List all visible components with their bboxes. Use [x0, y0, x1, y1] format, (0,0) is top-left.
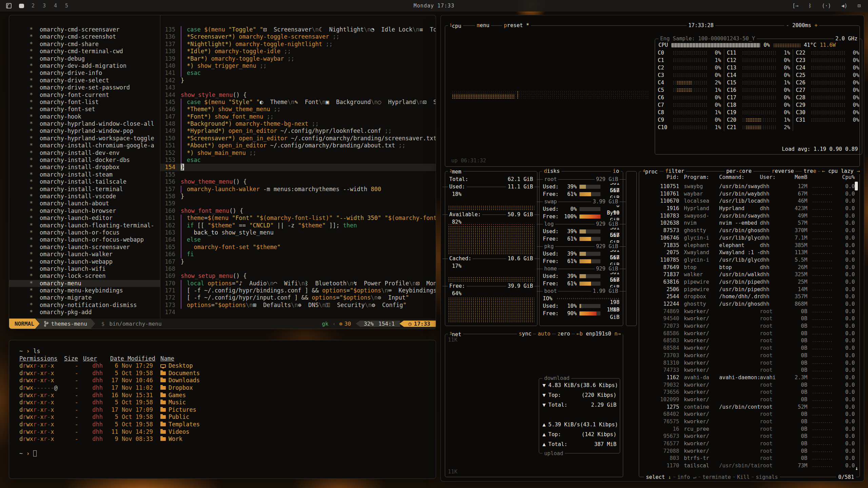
file-item[interactable]: *omarchy-drive-info — [9, 69, 160, 77]
dir-name[interactable]: Work — [153, 435, 182, 442]
proc-row[interactable]: 1916HyprlandHyprlanddhh423M0.0 — [643, 205, 855, 212]
bluetooth-icon[interactable]: ᛒ — [809, 3, 812, 9]
dir-name[interactable]: Videos — [153, 428, 189, 435]
proc-row[interactable]: 68586kworker/root0B0.0 — [643, 330, 855, 338]
dir-name[interactable]: Documents — [153, 370, 200, 377]
btop-preset-button[interactable]: preset * — [502, 22, 531, 28]
proc-row[interactable]: 2544dropbox/home/dhh/.dropbox-distdhh357… — [643, 293, 855, 301]
proc-footer-button[interactable]: signals — [754, 474, 780, 480]
proc-row[interactable]: 76575kworker/root0B0.0 — [643, 418, 855, 426]
file-item[interactable]: *omarchy-install-dev-env — [9, 149, 160, 157]
proc-row[interactable]: 68584kworker/root0B0.0 — [643, 345, 855, 352]
file-item[interactable]: *omarchy-launch-floating-terminal- — [9, 222, 160, 229]
dir-name[interactable]: Pictures — [153, 406, 196, 413]
file-item[interactable]: *omarchy-launch-webapp — [9, 258, 160, 265]
proc-col-command[interactable]: Command: — [719, 174, 760, 180]
net-sync-toggle[interactable]: sync — [517, 331, 533, 337]
file-item[interactable]: *omarchy-hook — [9, 113, 160, 120]
proc-sort-selector[interactable]: ← cpu lazy → — [820, 168, 862, 174]
proc-row[interactable]: 1162avahi-daavahi-daemon: running [avahi… — [643, 374, 855, 382]
btop-window[interactable]: 1cpu menu preset * 17:33:28 - 2000ms + u… — [441, 15, 864, 481]
proc-scrollbar-thumb[interactable] — [855, 182, 858, 190]
proc-row[interactable]: 2075XwaylandXwayland :1 -rootless -dhh11… — [643, 249, 855, 257]
proc-box-title[interactable]: 4proc — [641, 168, 659, 175]
proc-row[interactable]: 1275containe/usr/bin/containerdroot52M0.… — [643, 404, 855, 411]
net-interface-switcher[interactable]: ←b enp191s0 n→ — [575, 331, 623, 337]
proc-row[interactable]: 94540kworker/root0B0.0 — [643, 315, 855, 323]
file-item[interactable]: *omarchy-cmd-screenshot — [9, 33, 160, 40]
file-item[interactable]: *omarchy-menu-keybindings — [9, 287, 160, 294]
file-item[interactable]: *omarchy-launch-or-focus-webapp — [9, 236, 160, 243]
file-item[interactable]: *omarchy-menu — [9, 280, 160, 287]
net-zero-toggle[interactable]: zero — [556, 331, 572, 337]
proc-footer-button[interactable]: terminate — [701, 474, 733, 480]
proc-row[interactable]: 71835elephantelephantdhh385M0.0 — [643, 242, 855, 249]
proc-row[interactable]: 68583kworker/root0B0.0 — [643, 337, 855, 345]
code-editor[interactable]: 135case $(menu "Toggle" "⊡ Screensaver\n… — [160, 15, 436, 319]
file-item[interactable]: *omarchy-launch-walker — [9, 251, 160, 258]
scroll-down-icon[interactable]: ↓ — [855, 465, 858, 471]
proc-col-memb[interactable]: MemB — [786, 174, 807, 180]
io-toggle[interactable]: io — [611, 168, 621, 174]
file-item[interactable]: *omarchy-font-current — [9, 92, 160, 99]
chip-icon[interactable]: ⊡ — [857, 3, 861, 9]
proc-col-cpu[interactable]: Cpu% — [836, 174, 855, 180]
net-auto-toggle[interactable]: auto — [536, 331, 552, 337]
file-item[interactable]: *omarchy-pkg-add — [9, 309, 160, 316]
disks-box-title[interactable]: disks — [542, 168, 561, 174]
file-item[interactable]: *omarchy-launch-wifi — [9, 265, 160, 272]
file-item[interactable]: *omarchy-launch-browser — [9, 207, 160, 215]
file-item[interactable]: *omarchy-install-chromium-google-a — [9, 142, 160, 149]
proc-row[interactable]: 79032kworker/root0B0.0 — [643, 382, 855, 389]
dir-name[interactable]: Games — [153, 392, 186, 399]
file-item[interactable]: *omarchy-cmd-screensaver — [9, 26, 160, 33]
proc-row[interactable]: 72073kworker/root0B0.0 — [643, 323, 855, 330]
proc-row[interactable]: 803btrfs-trroot0B0.0 — [643, 455, 855, 462]
file-item[interactable]: *omarchy-notification-dismiss — [9, 302, 160, 309]
proc-row[interactable]: 73656kworker/root0B0.0 — [643, 389, 855, 396]
neovim-window[interactable]: *omarchy-cmd-screensaver*omarchy-cmd-scr… — [9, 15, 436, 329]
file-item[interactable]: *omarchy-launch-editor — [9, 215, 160, 222]
file-item[interactable]: *omarchy-install-steam — [9, 171, 160, 178]
dir-name[interactable]: Dropbox — [153, 384, 193, 391]
file-item[interactable]: *omarchy-migrate — [9, 294, 160, 301]
dir-name[interactable]: Downloads — [153, 377, 200, 384]
proc-row[interactable]: 72088kworker/root0B0.0 — [643, 448, 855, 455]
proc-row[interactable]: 87573ghostty/usr/bin/ghostty --gtk-dhh37… — [643, 227, 855, 235]
proc-row[interactable]: 110761waybar/usr/bin/waybardhh67M0.0 — [643, 190, 855, 198]
proc-row[interactable]: 74869kworker/root0B0.0 — [643, 308, 855, 316]
proc-row[interactable]: 102638nvimnvim --embed .dhh57M0.0 — [643, 220, 855, 227]
proc-column-headers[interactable]: Pid:Program:Command:User:MemBCpu% — [643, 174, 855, 180]
proc-reverse-toggle[interactable]: reverse — [770, 168, 795, 174]
proc-filter-button[interactable]: filter — [664, 168, 686, 174]
proc-row[interactable]: 76577kworker/root0B0.0 — [643, 440, 855, 448]
dir-name[interactable]: Public — [153, 413, 189, 420]
proc-row[interactable]: 102099kworker/root0B0.0 — [643, 396, 855, 404]
proc-col-pid[interactable]: Pid: — [643, 174, 679, 180]
volume-icon[interactable]: ◀) — [841, 3, 847, 9]
dir-name[interactable]: Music — [153, 399, 186, 406]
cpu-box-title[interactable]: 1cpu — [448, 22, 463, 29]
proc-row[interactable]: 110751swaybg/usr/bin/swaybg -i /homdhh12… — [643, 183, 855, 190]
btop-menu-button[interactable]: menu — [475, 22, 491, 28]
proc-per-core-toggle[interactable]: per-core — [725, 168, 753, 174]
proc-row[interactable]: 106746glycin-i/usr/lib/glycin-loadersdhh… — [643, 235, 855, 242]
file-item[interactable]: *omarchy-launch-or-focus — [9, 229, 160, 236]
file-item[interactable]: *omarchy-drive-select — [9, 77, 160, 84]
proc-row[interactable]: 74733kworker/root0B0.0 — [643, 367, 855, 374]
proc-row[interactable]: 73703kworker/root0B0.0 — [643, 352, 855, 360]
file-item[interactable]: *omarchy-cmd-share — [9, 41, 160, 48]
proc-row[interactable]: 110785glycin-i/usr/lib/glycin-loadersdhh… — [643, 257, 855, 264]
proc-row[interactable]: 95673kworker/root0B0.0 — [643, 433, 855, 440]
net-box-title[interactable]: 3net — [448, 331, 463, 338]
proc-row[interactable]: 16rcu_preeroot0B0.0 — [643, 426, 855, 433]
file-item[interactable]: *omarchy-install-vscode — [9, 193, 160, 200]
file-item[interactable]: *omarchy-hyprland-window-pop — [9, 127, 160, 135]
proc-row[interactable]: 110783swayosd-/usr/bin/swayosd-serverdhh… — [643, 212, 855, 220]
proc-row[interactable]: 63816pipewire/usr/bin/pipewiredhh25M0.0 — [643, 279, 855, 286]
dir-name[interactable]: Desktop — [153, 362, 193, 369]
file-item[interactable]: *omarchy-debug — [9, 55, 160, 62]
file-item[interactable]: *omarchy-install-terminal — [9, 186, 160, 193]
file-item[interactable]: *omarchy-cmd-terminal-cwd — [9, 48, 160, 55]
proc-row[interactable]: 2506pipewire/usr/bin/pipewire-pulsedhh14… — [643, 286, 855, 293]
